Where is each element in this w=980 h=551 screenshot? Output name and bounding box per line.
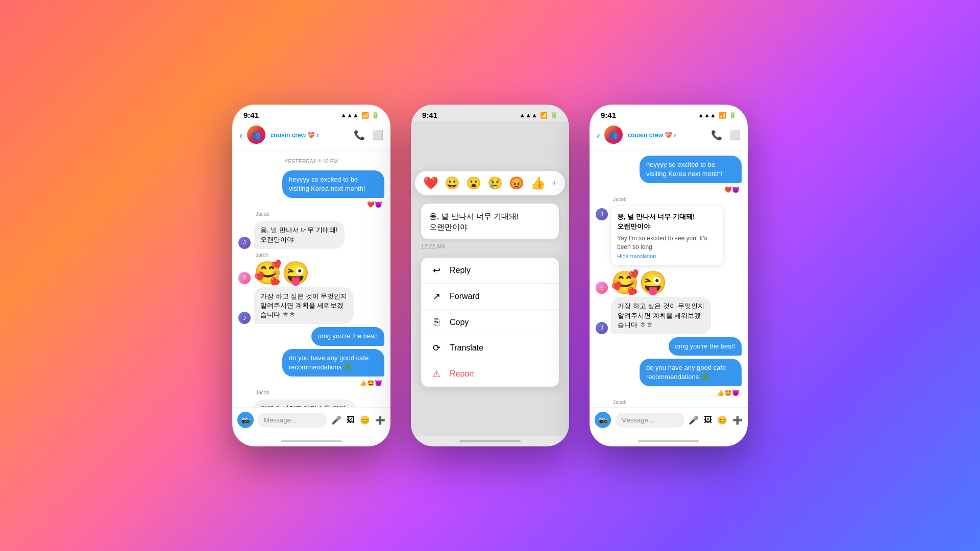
camera-button-right[interactable]: 📷 xyxy=(595,412,611,428)
input-icons-right: 🎤 🖼 😊 ➕ xyxy=(689,415,743,425)
message-input-left[interactable]: Message... xyxy=(258,413,327,428)
reaction-heart[interactable]: ❤️ xyxy=(423,176,438,190)
context-report[interactable]: ⚠ Report xyxy=(421,361,559,387)
emoji-icon-left[interactable]: 😊 xyxy=(360,415,370,425)
back-button-right[interactable]: ‹ xyxy=(597,130,600,141)
quoted-text: 응, 널 만나서 너무 기대돼!오랜만이야 xyxy=(429,211,551,232)
msg-reaction-1: ❤️😈 xyxy=(238,201,384,208)
chat-header-right: ‹ 👥 cousin crew 💝 › 📞 ⬜ xyxy=(590,121,748,151)
photo-icon-left[interactable]: 🖼 xyxy=(347,415,355,425)
msg-row-right-omg: omg you're the best! xyxy=(596,337,742,356)
reaction-thumbsup[interactable]: 👍 xyxy=(530,176,546,190)
msg-row-sarah: S 🥰😜 xyxy=(238,262,384,284)
avatar-jacob-2: J xyxy=(238,312,251,324)
mic-icon-left[interactable]: 🎤 xyxy=(331,415,341,425)
video-icon-right[interactable]: ⬜ xyxy=(729,130,741,141)
chevron-icon-left: › xyxy=(316,132,318,139)
bubble-omg: omg you're the best! xyxy=(311,327,384,345)
phone-icon-left[interactable]: 📞 xyxy=(354,130,365,141)
bubble-sent-1: heyyyy so excited to be visiting Korea n… xyxy=(282,170,384,198)
chat-title-wrap-left: cousin crew 💝 › xyxy=(271,132,350,139)
status-bar-right: 9:41 ▲▲▲ 📶 🔋 xyxy=(590,105,748,121)
status-icons-middle: ▲▲▲ 📶 🔋 xyxy=(519,112,558,119)
battery-icon-middle: 🔋 xyxy=(550,112,558,119)
avatar-image-right: 👥 xyxy=(604,126,623,144)
chat-name-text-left: cousin crew 💝 xyxy=(271,132,315,139)
avatar-image-left: 👥 xyxy=(247,126,265,144)
context-forward[interactable]: ↗ Forward xyxy=(421,284,559,310)
msg-row-right-heyyyy: heyyyy so excited to be visiting Korea n… xyxy=(596,156,742,183)
messages-right: heyyyy so excited to be visiting Korea n… xyxy=(590,151,748,407)
back-button-left[interactable]: ‹ xyxy=(239,130,243,141)
sender-label-jacob-1: Jacob xyxy=(256,211,384,217)
translation-text-right: Yay I'm so excited to see you! It's been… xyxy=(617,234,717,252)
report-icon: ⚠ xyxy=(430,368,443,380)
status-bar-left: 9:41 ▲▲▲ 📶 🔋 xyxy=(232,105,390,121)
home-indicator-middle xyxy=(411,436,569,446)
report-label: Report xyxy=(450,369,474,379)
phone-right: 9:41 ▲▲▲ 📶 🔋 ‹ 👥 cousin crew 💝 › 📞 ⬜ hey… xyxy=(590,105,748,446)
wifi-icon-left: 📶 xyxy=(361,112,369,119)
reply-label: Reply xyxy=(450,266,471,275)
signal-icon-right: ▲▲▲ xyxy=(698,112,716,119)
plus-icon-left[interactable]: ➕ xyxy=(375,415,385,425)
msg-row-right-sarah: S 🥰😜 xyxy=(596,271,742,294)
reply-icon: ↩ xyxy=(430,265,443,276)
phone-middle: 9:41 ▲▲▲ 📶 🔋 ❤️ 😀 😮 😢 😡 👍 + 응, 널 만나서 너무 … xyxy=(411,105,569,446)
sender-label-sarah: sarah xyxy=(256,252,384,258)
photo-icon-right[interactable]: 🖼 xyxy=(704,415,712,425)
context-copy[interactable]: ⎘ Copy xyxy=(421,310,559,335)
date-label-left: YESTERDAY 4:16 PM xyxy=(238,159,384,164)
context-reply[interactable]: ↩ Reply xyxy=(421,258,559,284)
mic-icon-right[interactable]: 🎤 xyxy=(689,415,699,425)
msg-row-cafe: do you have any good cafe recommendation… xyxy=(238,349,384,377)
wifi-icon-middle: 📶 xyxy=(540,112,548,119)
context-menu: ↩ Reply ↗ Forward ⎘ Copy ⟳ Translate ⚠ R… xyxy=(421,258,559,387)
video-icon-left[interactable]: ⬜ xyxy=(372,130,383,141)
translate-icon: ⟳ xyxy=(430,342,443,354)
bubble-right-korean: 가장 하고 싶은 것이 무엇인지알려주시면 계획을 세워보겠습니다 ㅎㅎ xyxy=(611,297,711,334)
sender-label-right-jacob: Jacob xyxy=(613,196,742,202)
msg-reaction-cafe: 👍🤩😈 xyxy=(238,380,384,387)
battery-icon-right: 🔋 xyxy=(729,112,737,119)
msg-reaction-right-cafe: 👍🤩😈 xyxy=(596,389,742,396)
reaction-angry[interactable]: 😡 xyxy=(509,176,524,190)
context-translate[interactable]: ⟳ Translate xyxy=(421,335,559,361)
hide-translation-btn[interactable]: Hide translation xyxy=(617,253,717,259)
reaction-wow[interactable]: 😮 xyxy=(466,176,481,190)
chat-name-text-right: cousin crew 💝 xyxy=(628,132,673,139)
header-actions-right: 📞 ⬜ xyxy=(711,130,741,141)
msg-row-jacob-1: J 응, 널 만나서 너무 기대돼!오랜만이야 xyxy=(238,221,384,248)
msg-row-omg: omg you're the best! xyxy=(238,327,384,345)
chat-header-left: ‹ 👥 cousin crew 💝 › 📞 ⬜ xyxy=(232,121,390,151)
jacob-msg-with-translation: J 응, 널 만나서 너무 기대돼!오랜만이야 Yay I'm so excit… xyxy=(596,206,742,265)
status-icons-left: ▲▲▲ 📶 🔋 xyxy=(340,112,379,119)
camera-button-left[interactable]: 📷 xyxy=(237,412,254,428)
emoji-icon-right[interactable]: 😊 xyxy=(717,415,727,425)
msg-row-korean-long: J 가장 하고 싶은 것이 무엇인지알려주시면 계획을 세워보겠습니다 ㅎㅎ xyxy=(238,287,384,324)
input-icons-left: 🎤 🖼 😊 ➕ xyxy=(331,415,385,425)
signal-icon-left: ▲▲▲ xyxy=(340,112,359,119)
avatar-right-jacob-2: J xyxy=(596,322,608,334)
messages-left: YESTERDAY 4:16 PM heyyyy so excited to b… xyxy=(232,151,390,407)
plus-icon-right[interactable]: ➕ xyxy=(732,415,743,425)
avatar-left: 👥 xyxy=(247,126,266,145)
msg-row-right-korean: J 가장 하고 싶은 것이 무엇인지알려주시면 계획을 세워보겠습니다 ㅎㅎ xyxy=(596,297,742,334)
reaction-plus[interactable]: + xyxy=(552,178,557,189)
reaction-sad[interactable]: 😢 xyxy=(487,176,503,190)
sarah-emoji: 🥰😜 xyxy=(254,262,310,284)
home-indicator-right xyxy=(590,436,748,446)
status-time-left: 9:41 xyxy=(243,111,259,119)
quoted-message: 응, 널 만나서 너무 기대돼!오랜만이야 xyxy=(421,204,559,239)
signal-icon-middle: ▲▲▲ xyxy=(519,112,537,119)
home-indicator-left xyxy=(232,436,390,446)
sarah-emoji-right: 🥰😜 xyxy=(611,271,667,294)
reaction-smile[interactable]: 😀 xyxy=(445,176,460,190)
message-input-right[interactable]: Message... xyxy=(615,413,684,428)
phone-icon-right[interactable]: 📞 xyxy=(711,130,722,141)
wifi-icon-right: 📶 xyxy=(719,112,726,119)
copy-label: Copy xyxy=(450,318,469,327)
copy-icon: ⎘ xyxy=(430,317,443,328)
reaction-bar: ❤️ 😀 😮 😢 😡 👍 + xyxy=(415,171,566,195)
forward-label: Forward xyxy=(450,292,480,301)
